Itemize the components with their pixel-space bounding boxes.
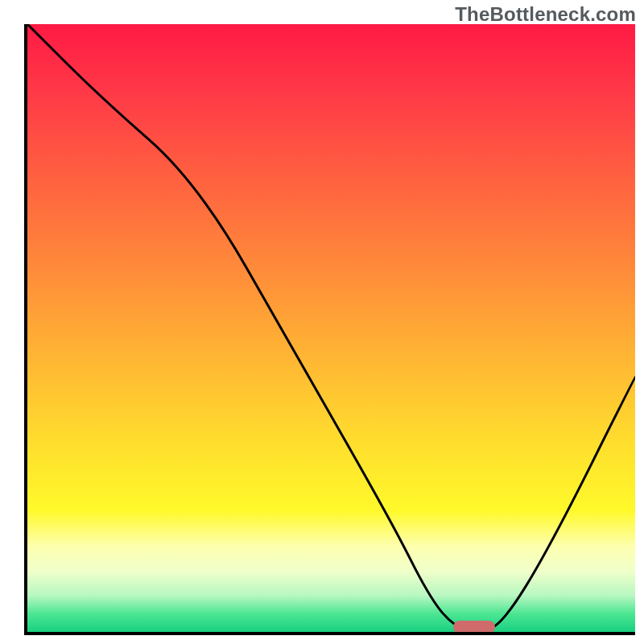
- watermark-label: TheBottleneck.com: [455, 3, 636, 26]
- chart-canvas: TheBottleneck.com: [0, 0, 644, 644]
- curve-svg: [27, 24, 635, 632]
- bottleneck-curve-path: [27, 24, 635, 630]
- plot-area: [24, 24, 635, 635]
- optimal-range-marker: [453, 621, 496, 634]
